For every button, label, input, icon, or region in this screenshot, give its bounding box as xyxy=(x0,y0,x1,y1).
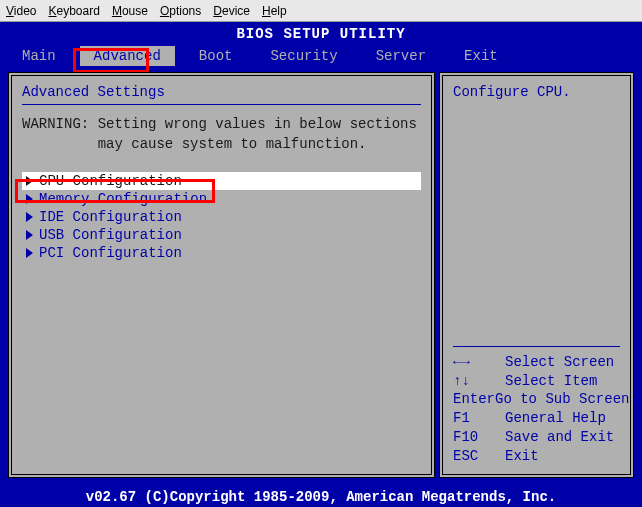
menuitem-label: IDE Configuration xyxy=(39,209,182,225)
bios-title: BIOS SETUP UTILITY xyxy=(0,22,642,44)
menu-device[interactable]: Device xyxy=(213,4,250,18)
tab-bar: Main Advanced Boot Security Server Exit xyxy=(0,44,642,68)
help-action: Save and Exit xyxy=(505,428,614,447)
emulator-menubar: Video Keyboard Mouse Options Device Help xyxy=(0,0,642,22)
submenu-arrow-icon xyxy=(26,194,33,204)
menuitem-cpu-configuration[interactable]: CPU Configuration xyxy=(22,172,421,190)
help-row: F10Save and Exit xyxy=(453,428,620,447)
submenu-arrow-icon xyxy=(26,176,33,186)
help-key: ←→ xyxy=(453,353,505,372)
help-row: ↑↓Select Item xyxy=(453,372,620,391)
right-panel: Configure CPU. ←→Select Screen ↑↓Select … xyxy=(439,72,634,478)
submenu-arrow-icon xyxy=(26,248,33,258)
tab-exit[interactable]: Exit xyxy=(450,46,512,66)
help-row: F1General Help xyxy=(453,409,620,428)
warning-line1: Setting wrong values in below sections xyxy=(98,116,417,132)
bios-screen: BIOS SETUP UTILITY Main Advanced Boot Se… xyxy=(0,22,642,507)
section-heading: Advanced Settings xyxy=(22,84,421,100)
help-key: Enter xyxy=(453,390,495,409)
content-area: Advanced Settings WARNING: Setting wrong… xyxy=(0,68,642,478)
item-description: Configure CPU. xyxy=(453,84,620,100)
tab-main[interactable]: Main xyxy=(8,46,70,66)
help-action: Exit xyxy=(505,447,539,466)
menu-help[interactable]: Help xyxy=(262,4,287,18)
footer-copyright: v02.67 (C)Copyright 1985-2009, American … xyxy=(0,489,642,505)
menuitem-label: USB Configuration xyxy=(39,227,182,243)
left-panel: Advanced Settings WARNING: Setting wrong… xyxy=(8,72,435,478)
tab-security[interactable]: Security xyxy=(256,46,351,66)
menu-video[interactable]: Video xyxy=(6,4,36,18)
tab-boot[interactable]: Boot xyxy=(185,46,247,66)
menuitem-label: CPU Configuration xyxy=(39,173,182,189)
warning-line2: may cause system to malfunction. xyxy=(98,136,367,152)
submenu-arrow-icon xyxy=(26,230,33,240)
menuitem-memory-configuration[interactable]: Memory Configuration xyxy=(22,190,421,208)
divider xyxy=(22,104,421,105)
help-action: General Help xyxy=(505,409,606,428)
help-key: ↑↓ xyxy=(453,372,505,391)
help-key: F1 xyxy=(453,409,505,428)
menuitem-ide-configuration[interactable]: IDE Configuration xyxy=(22,208,421,226)
tab-advanced[interactable]: Advanced xyxy=(80,46,175,66)
help-row: ESCExit xyxy=(453,447,620,466)
help-row: ←→Select Screen xyxy=(453,353,620,372)
help-action: Select Item xyxy=(505,372,597,391)
menuitem-usb-configuration[interactable]: USB Configuration xyxy=(22,226,421,244)
menu-mouse[interactable]: Mouse xyxy=(112,4,148,18)
submenu-arrow-icon xyxy=(26,212,33,222)
menuitem-label: Memory Configuration xyxy=(39,191,207,207)
menuitem-pci-configuration[interactable]: PCI Configuration xyxy=(22,244,421,262)
menu-keyboard[interactable]: Keyboard xyxy=(48,4,99,18)
key-help: ←→Select Screen ↑↓Select Item EnterGo to… xyxy=(453,346,620,466)
help-action: Select Screen xyxy=(505,353,614,372)
tab-server[interactable]: Server xyxy=(362,46,440,66)
help-action: Go to Sub Screen xyxy=(495,390,629,409)
warning-text: WARNING: Setting wrong values in below s… xyxy=(22,115,421,154)
help-key: ESC xyxy=(453,447,505,466)
help-row: EnterGo to Sub Screen xyxy=(453,390,620,409)
help-key: F10 xyxy=(453,428,505,447)
menu-options[interactable]: Options xyxy=(160,4,201,18)
menuitem-label: PCI Configuration xyxy=(39,245,182,261)
warning-label: WARNING: xyxy=(22,116,89,132)
